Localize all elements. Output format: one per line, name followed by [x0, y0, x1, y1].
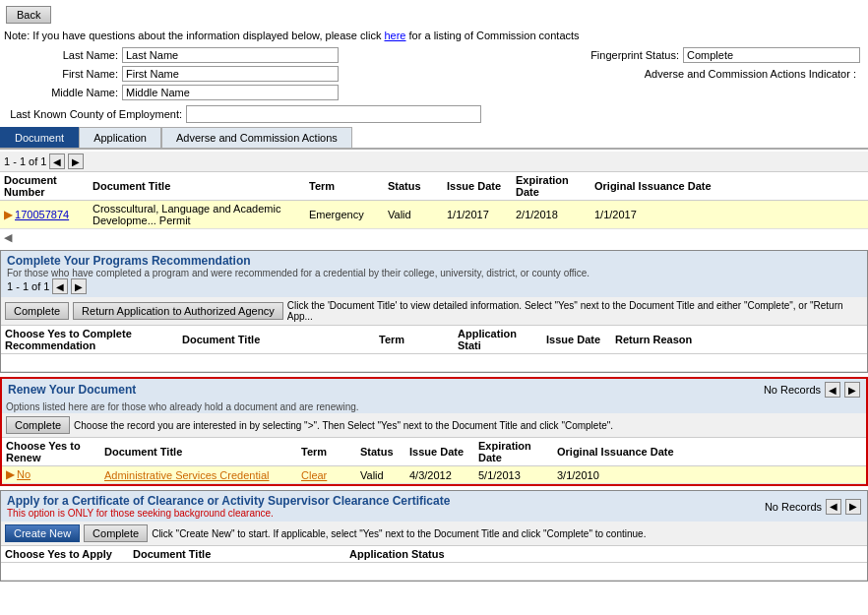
renew-term: Clear [297, 466, 356, 484]
col-term: Term [305, 172, 384, 201]
col-doc-title: Document Title [89, 172, 305, 201]
renew-action-bar: Complete Choose the record you are inter… [2, 413, 866, 438]
renew-row-arrow: ▶ [6, 468, 14, 480]
renew-choose-link[interactable]: No [17, 468, 31, 480]
row-arrow: ▶ [4, 209, 12, 220]
county-label: Last Known County of Employment: [4, 108, 186, 120]
back-button[interactable]: Back [6, 6, 51, 24]
cert-section: Apply for a Certificate of Clearance or … [0, 490, 868, 582]
programs-pagination: 1 - 1 of 1 ◀ ▶ [7, 278, 861, 294]
cert-no-records: No Records [765, 501, 822, 513]
cert-create-button[interactable]: Create New [5, 524, 80, 542]
renew-title: Renew Your Document [8, 383, 136, 397]
col-original-issuance: Original Issuance Date [590, 172, 868, 201]
cert-header: Apply for a Certificate of Clearance or … [1, 491, 867, 522]
cert-action-bar: Create New Complete Click "Create New" t… [1, 522, 867, 546]
prog-col-title: Document Title [178, 326, 375, 354]
note-bar: Note: If you have questions about the in… [0, 28, 868, 45]
renew-header: Renew Your Document No Records ◀ ▶ [2, 379, 866, 400]
adverse-label: Adverse and Commission Actions Indicator… [645, 68, 856, 80]
prog-col-choose: Choose Yes to Complete Recommendation [1, 326, 178, 354]
programs-header: Complete Your Programs Recommendation Fo… [1, 251, 867, 297]
renew-next-btn[interactable]: ▶ [844, 382, 860, 398]
renew-col-choose: Choose Yes to Renew [2, 438, 100, 466]
cert-title: Apply for a Certificate of Clearance or … [7, 494, 450, 508]
renew-issue-date: 4/3/2012 [405, 466, 474, 484]
first-name-input[interactable] [122, 66, 339, 82]
prog-col-status: Application Stati [454, 326, 542, 354]
note-text: Note: If you have questions about the in… [4, 30, 381, 41]
scroll-indicator: ◀ [0, 229, 868, 246]
renew-complete-button[interactable]: Complete [6, 416, 70, 434]
col-issue-date: Issue Date [443, 172, 512, 201]
programs-prev-btn[interactable]: ◀ [52, 278, 68, 294]
programs-table: Choose Yes to Complete Recommendation Do… [1, 326, 867, 372]
doc-next-btn[interactable]: ▶ [68, 154, 84, 169]
prog-col-term: Term [375, 326, 454, 354]
col-status: Status [384, 172, 443, 201]
programs-complete-button[interactable]: Complete [5, 302, 69, 320]
programs-return-button[interactable]: Return Application to Authorized Agency [73, 302, 283, 320]
renew-doc-title-link[interactable]: Administrative Services Credential [104, 469, 270, 481]
renew-status: Valid [356, 466, 405, 484]
renew-col-original: Original Issuance Date [553, 438, 866, 466]
table-row: ▶ 170057874 Crosscultural, Language and … [0, 201, 868, 229]
cert-complete-button[interactable]: Complete [84, 524, 148, 542]
cert-next-btn[interactable]: ▶ [845, 499, 861, 515]
doc-number-link[interactable]: 170057874 [15, 209, 69, 220]
cert-table: Choose Yes to Apply Document Title Appli… [1, 546, 867, 581]
table-row: ▶ No Administrative Services Credential … [2, 466, 866, 484]
fingerprint-value [683, 47, 860, 63]
document-table: Document Number Document Title Term Stat… [0, 172, 868, 229]
doc-prev-btn[interactable]: ◀ [49, 154, 65, 169]
prog-col-issue: Issue Date [542, 326, 611, 354]
issue-date-cell: 1/1/2017 [443, 201, 512, 229]
original-issuance-cell: 1/1/2017 [590, 201, 868, 229]
table-row [1, 354, 867, 372]
renew-action-text: Choose the record you are interested in … [74, 420, 862, 431]
tab-application[interactable]: Application [79, 127, 161, 148]
cert-col-choose: Choose Yes to Apply [1, 546, 129, 563]
renew-section: Renew Your Document No Records ◀ ▶ Optio… [0, 377, 868, 486]
middle-name-input[interactable] [122, 85, 339, 100]
expiration-date-cell: 2/1/2018 [512, 201, 590, 229]
status-cell: Valid [384, 201, 443, 229]
cert-action-text: Click "Create New" to start. If applicab… [152, 528, 863, 539]
middle-name-label: Middle Name: [4, 87, 122, 98]
renew-expiration-date: 5/1/2013 [474, 466, 553, 484]
tab-adverse[interactable]: Adverse and Commission Actions [161, 127, 352, 148]
renew-prev-btn[interactable]: ◀ [825, 382, 840, 398]
renew-no-records: No Records [764, 384, 821, 396]
cert-col-status: Application Status [345, 546, 867, 563]
row-arrow-cell: ▶ 170057874 [0, 201, 89, 229]
tab-document[interactable]: Document [0, 127, 79, 148]
county-input[interactable] [186, 105, 481, 123]
renew-term-link: Clear [301, 469, 327, 481]
last-name-input[interactable] [122, 47, 339, 63]
renew-col-issue: Issue Date [405, 438, 474, 466]
fingerprint-label: Fingerprint Status: [590, 49, 683, 61]
renew-col-term: Term [297, 438, 356, 466]
programs-title: Complete Your Programs Recommendation [7, 254, 861, 268]
renew-subtitle: Options listed here are for those who al… [2, 400, 866, 413]
renew-row-choose: ▶ No [2, 466, 100, 484]
programs-section: Complete Your Programs Recommendation Fo… [0, 250, 868, 373]
cert-subtitle: This option is ONLY for those seeking ba… [7, 508, 450, 519]
doc-title-cell: Crosscultural, Language and Academic Dev… [89, 201, 305, 229]
renew-col-status: Status [356, 438, 405, 466]
programs-action-bar: Complete Return Application to Authorize… [1, 297, 867, 326]
renew-col-title: Document Title [100, 438, 297, 466]
tabs-bar: Document Application Adverse and Commiss… [0, 127, 868, 150]
cert-col-title: Document Title [129, 546, 345, 563]
last-name-label: Last Name: [4, 49, 122, 61]
renew-doc-title: Administrative Services Credential [100, 466, 297, 484]
note-link[interactable]: here [384, 30, 405, 41]
first-name-label: First Name: [4, 68, 122, 80]
cert-prev-btn[interactable]: ◀ [826, 499, 841, 515]
programs-action-text: Click the 'Document Title' to view detai… [287, 300, 863, 322]
prog-col-return: Return Reason [611, 326, 867, 354]
renew-col-expiration: Expiration Date [474, 438, 553, 466]
col-doc-number: Document Number [0, 172, 89, 201]
table-row [1, 563, 867, 581]
programs-next-btn[interactable]: ▶ [71, 278, 87, 294]
